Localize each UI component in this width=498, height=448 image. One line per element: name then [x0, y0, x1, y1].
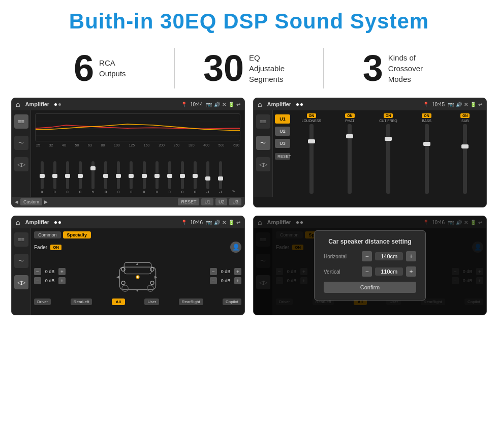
eq-thumb-1[interactable] [52, 174, 57, 178]
phat-toggle[interactable]: ON [345, 113, 355, 118]
eq-thumb-9[interactable] [154, 174, 160, 178]
tab-common[interactable]: Common [34, 231, 61, 238]
eq-slider-4[interactable]: 5 [87, 161, 99, 194]
eq-slider-5[interactable]: 0 [100, 161, 112, 194]
bass-thumb[interactable] [423, 142, 430, 146]
prev-arrow-icon[interactable]: ◀ [15, 199, 18, 204]
eq-custom-btn[interactable]: Custom [20, 198, 42, 205]
eq-thumb-11[interactable] [180, 174, 185, 178]
sub-thumb[interactable] [461, 144, 469, 148]
cutfreq-track[interactable] [386, 124, 390, 194]
eq-track-1[interactable] [53, 161, 56, 189]
sub-toggle[interactable]: ON [460, 113, 470, 118]
eq-track-7[interactable] [130, 161, 133, 189]
crossover-reset-btn[interactable]: RESET [275, 153, 290, 160]
eq-thumb-3[interactable] [78, 174, 83, 178]
confirm-button[interactable]: Confirm [324, 282, 416, 293]
eq-thumb-4[interactable] [90, 166, 96, 170]
sidebar-speaker-btn-2[interactable]: ◁▷ [256, 157, 270, 171]
person-icon[interactable]: 👤 [230, 242, 241, 253]
phat-thumb[interactable] [346, 134, 353, 138]
eq-track-4[interactable] [91, 161, 95, 189]
driver-btn[interactable]: Driver [34, 298, 51, 305]
eq-thumb-6[interactable] [116, 174, 121, 178]
eq-track-8[interactable] [143, 161, 146, 189]
fader-rl-plus[interactable]: + [58, 277, 66, 284]
fader-rl-minus[interactable]: − [34, 277, 41, 284]
fader-fr-plus[interactable]: + [234, 268, 241, 275]
back-icon[interactable]: ↩ [236, 102, 240, 107]
eq-thumb-0[interactable] [40, 174, 45, 178]
bass-track[interactable] [425, 124, 429, 194]
rearright-btn[interactable]: RearRight [179, 298, 203, 305]
horizontal-plus-btn[interactable]: + [406, 251, 416, 261]
sidebar-wave-btn-2[interactable]: 〜 [256, 136, 270, 150]
cutfreq-toggle[interactable]: ON [384, 113, 393, 118]
u1-button[interactable]: U1 [275, 114, 290, 124]
fader-fr-minus[interactable]: − [210, 268, 217, 275]
eq-slider-3[interactable]: 0 [74, 161, 86, 194]
eq-thumb-7[interactable] [129, 174, 134, 178]
sub-track[interactable] [463, 124, 467, 194]
eq-track-10[interactable] [168, 161, 171, 189]
copilot-btn[interactable]: Copilot [223, 298, 241, 305]
eq-thumb-12[interactable] [193, 174, 198, 178]
eq-thumb-14[interactable] [218, 176, 223, 181]
eq-track-0[interactable] [41, 161, 44, 189]
eq-u3-btn[interactable]: U3 [229, 198, 241, 205]
eq-slider-7[interactable]: 0 [126, 161, 137, 194]
sidebar-eq-btn-3[interactable]: ≡≡ [14, 232, 28, 247]
eq-thumb-10[interactable] [167, 174, 172, 178]
phat-track[interactable] [348, 124, 352, 194]
eq-slider-12[interactable]: 0 [190, 161, 201, 194]
eq-u1-btn[interactable]: U1 [201, 198, 213, 205]
back-icon-2[interactable]: ↩ [478, 102, 482, 107]
eq-track-11[interactable] [181, 161, 184, 189]
eq-track-14[interactable] [219, 161, 222, 189]
loudness-toggle[interactable]: ON [307, 113, 317, 118]
eq-track-9[interactable] [155, 161, 159, 189]
sidebar-wave-btn[interactable]: 〜 [14, 136, 28, 150]
eq-u2-btn[interactable]: U2 [215, 198, 228, 205]
eq-track-3[interactable] [79, 161, 82, 189]
sidebar-speaker-btn[interactable]: ◁▷ [14, 157, 28, 171]
eq-thumb-2[interactable] [65, 174, 70, 178]
next-arrow-icon[interactable]: ▶ [44, 199, 48, 204]
bass-toggle[interactable]: ON [422, 113, 431, 118]
eq-slider-0[interactable]: 0 [36, 161, 48, 194]
fader-toggle[interactable]: ON [50, 245, 61, 250]
vertical-minus-btn[interactable]: − [362, 266, 372, 277]
sidebar-speaker-btn-3[interactable]: ◁▷ [14, 275, 28, 289]
tab-specialty[interactable]: Specialty [63, 231, 91, 238]
u2-button[interactable]: U2 [275, 127, 290, 136]
sidebar-eq-btn-2[interactable]: ≡≡ [256, 114, 270, 129]
all-btn[interactable]: All [112, 298, 125, 305]
eq-slider-1[interactable]: 0 [49, 161, 60, 194]
eq-slider-13[interactable]: -1 [202, 161, 214, 194]
vertical-plus-btn[interactable]: + [406, 266, 416, 277]
back-icon-3[interactable]: ↩ [236, 220, 240, 225]
eq-reset-btn[interactable]: RESET [178, 198, 199, 205]
eq-thumb-5[interactable] [103, 174, 108, 178]
user-btn[interactable]: User [144, 298, 159, 305]
fader-fl-minus[interactable]: − [34, 268, 41, 275]
eq-thumb-13[interactable] [205, 176, 210, 181]
fader-rr-plus[interactable]: + [234, 277, 241, 284]
eq-thumb-8[interactable] [142, 174, 147, 178]
eq-slider-10[interactable]: 0 [164, 161, 175, 194]
more-icon[interactable]: » [232, 189, 235, 194]
sidebar-eq-btn[interactable]: ≡≡ [14, 114, 28, 129]
eq-track-12[interactable] [194, 161, 197, 189]
eq-slider-8[interactable]: 0 [138, 161, 150, 194]
home-icon[interactable]: ⌂ [16, 100, 20, 108]
cutfreq-thumb[interactable] [385, 137, 392, 141]
fader-rr-minus[interactable]: − [210, 277, 217, 284]
eq-track-5[interactable] [104, 161, 107, 189]
eq-slider-11[interactable]: 0 [176, 161, 188, 194]
eq-slider-2[interactable]: 0 [61, 161, 73, 194]
eq-track-6[interactable] [117, 161, 120, 189]
horizontal-minus-btn[interactable]: − [362, 251, 372, 261]
u3-button[interactable]: U3 [275, 139, 290, 148]
sidebar-wave-btn-3[interactable]: 〜 [14, 254, 28, 268]
home-icon-2[interactable]: ⌂ [258, 100, 262, 108]
